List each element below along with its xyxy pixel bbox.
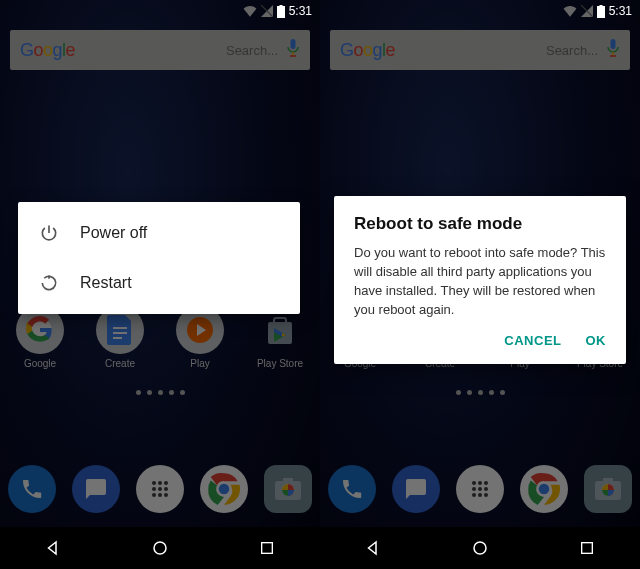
ok-button[interactable]: OK (586, 333, 607, 348)
svg-rect-29 (261, 543, 272, 554)
restart-label: Restart (80, 274, 132, 292)
svg-point-58 (474, 542, 486, 554)
phone-left: 5:31 Google Search... Fit Settings Clock… (0, 0, 320, 569)
clock-text: 5:31 (609, 4, 632, 18)
svg-rect-32 (599, 5, 602, 7)
dialog-body: Do you want to reboot into safe mode? Th… (354, 244, 606, 319)
power-menu: Power off Restart (18, 202, 300, 314)
nav-back[interactable] (42, 537, 64, 559)
status-bar: 5:31 (0, 0, 320, 22)
signal-icon (581, 5, 593, 17)
nav-back[interactable] (362, 537, 384, 559)
status-bar: 5:31 (320, 0, 640, 22)
nav-home[interactable] (469, 537, 491, 559)
svg-rect-1 (277, 6, 285, 18)
wifi-icon (563, 5, 577, 17)
nav-recent[interactable] (576, 537, 598, 559)
phone-right: 5:31 Google Search... Google Create Play… (320, 0, 640, 569)
restart-icon (38, 272, 60, 294)
svg-rect-2 (279, 5, 282, 7)
power-icon (38, 222, 60, 244)
restart-item[interactable]: Restart (18, 258, 300, 308)
nav-bar (0, 527, 320, 569)
clock-text: 5:31 (289, 4, 312, 18)
wifi-icon (243, 5, 257, 17)
dialog-actions: CANCEL OK (354, 333, 606, 354)
dialog-title: Reboot to safe mode (354, 214, 606, 234)
nav-bar (320, 527, 640, 569)
svg-rect-59 (581, 543, 592, 554)
power-off-item[interactable]: Power off (18, 208, 300, 258)
battery-icon (277, 5, 285, 18)
nav-recent[interactable] (256, 537, 278, 559)
cancel-button[interactable]: CANCEL (504, 333, 561, 348)
safe-mode-dialog: Reboot to safe mode Do you want to reboo… (334, 196, 626, 364)
battery-icon (597, 5, 605, 18)
svg-rect-31 (597, 6, 605, 18)
nav-home[interactable] (149, 537, 171, 559)
svg-point-28 (154, 542, 166, 554)
power-off-label: Power off (80, 224, 147, 242)
signal-icon (261, 5, 273, 17)
